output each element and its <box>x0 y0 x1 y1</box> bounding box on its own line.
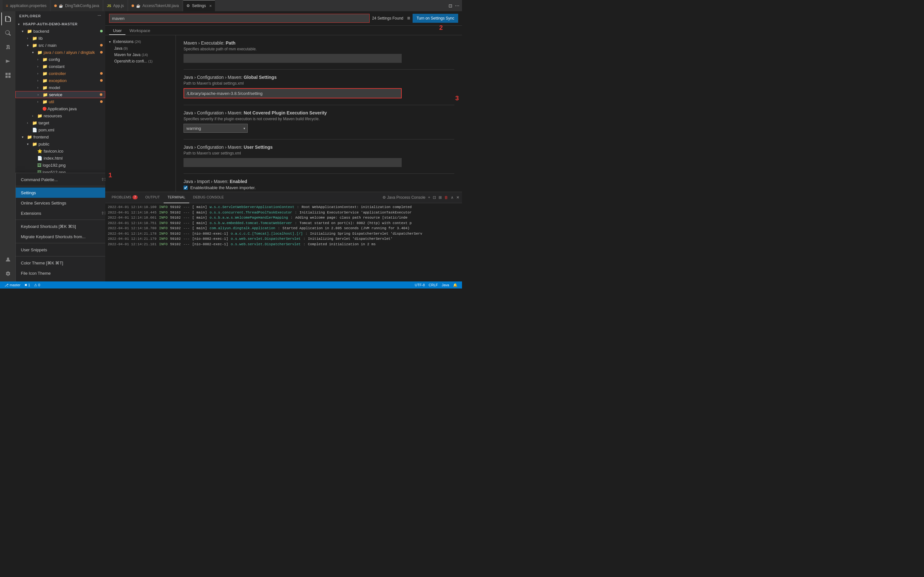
tab-user[interactable]: User <box>109 27 126 35</box>
menu-product-icon-theme[interactable]: Product Icon Theme <box>16 278 105 282</box>
src-label: src / main <box>39 43 57 48</box>
plugin-severity-select[interactable]: warning error disable <box>184 124 248 133</box>
menu-keyboard-shortcuts[interactable]: Keyboard Shortcuts [⌘K ⌘S] <box>16 221 105 231</box>
status-warnings[interactable]: ⚠ 0 <box>32 283 42 287</box>
nav-extensions[interactable]: ▾ Extensions (24) <box>105 38 176 45</box>
log-line-7: 2022-04-01 12:14:21.179 INFO 59102 --- [… <box>108 236 459 242</box>
folder-icon-7: 📁 <box>42 71 47 76</box>
index-html-label: index.html <box>44 156 63 161</box>
activity-explorer[interactable] <box>1 13 14 25</box>
tree-src[interactable]: ▾ 📁 src / main <box>15 42 105 49</box>
maven-enabled-desc: Enable/disable the Maven importer. <box>190 185 256 190</box>
tab-settings[interactable]: ⚙ Settings ✕ <box>183 0 215 11</box>
explorer-menu-icon[interactable]: ⋯ <box>97 14 102 18</box>
status-encoding[interactable]: UTF-8 <box>413 283 427 287</box>
tab-terminal[interactable]: TERMINAL <box>164 192 189 203</box>
tab-problems[interactable]: PROBLEMS 7 <box>108 192 142 203</box>
nav-openshift[interactable]: Openshift.io confi... (1) <box>105 58 176 64</box>
exception-arrow: › <box>37 79 42 82</box>
global-settings-input[interactable] <box>184 89 401 98</box>
tab-app-js[interactable]: JS App.js <box>103 0 127 11</box>
tree-model[interactable]: › 📁 model <box>15 84 105 91</box>
menu-color-theme[interactable]: Color Theme [⌘K ⌘T] <box>16 258 105 268</box>
tab-dingtalk-config[interactable]: ☕ DingTalkConfig.java <box>51 0 102 11</box>
tree-resources[interactable]: › 📁 resources <box>15 112 105 119</box>
java-arrow: ▾ <box>32 51 37 54</box>
tree-service[interactable]: › 📁 service <box>15 91 105 98</box>
status-line-ending[interactable]: CRLF <box>427 283 440 287</box>
terminal-split-icon[interactable]: ⊡ <box>433 195 436 200</box>
user-settings-input[interactable] <box>184 158 402 167</box>
status-errors[interactable]: ✖ 1 <box>23 283 32 287</box>
terminal-close-icon[interactable]: ✕ <box>456 195 459 200</box>
color-theme-label: Color Theme [⌘K ⌘T] <box>21 261 63 266</box>
status-language[interactable]: Java <box>440 283 451 287</box>
activity-extensions[interactable] <box>1 69 14 82</box>
folder-icon-10: 📁 <box>43 92 48 97</box>
terminal-add-icon[interactable]: + <box>428 195 430 200</box>
problems-badge: 7 <box>132 195 137 199</box>
tree-config[interactable]: › 📁 config <box>15 56 105 63</box>
close-settings-tab[interactable]: ✕ <box>209 4 212 8</box>
menu-settings[interactable]: Settings ⌘, <box>16 187 105 198</box>
tree-util[interactable]: › 📁 util <box>15 98 105 105</box>
split-editor-icon[interactable]: ⊡ <box>449 3 452 8</box>
status-branch[interactable]: ⎇ master <box>3 283 23 287</box>
menu-user-snippets[interactable]: User Snippets <box>16 245 105 255</box>
tree-frontend[interactable]: ▾ 📁 frontend <box>15 133 105 140</box>
activity-settings-gear[interactable] <box>1 268 14 280</box>
tab-access-token-util[interactable]: ☕ AccessTokenUtil.java <box>128 0 182 11</box>
terminal-kill-icon[interactable]: 🗑 <box>444 195 448 200</box>
activity-source-control[interactable] <box>1 41 14 53</box>
tab-output[interactable]: OUTPUT <box>142 192 164 203</box>
activity-search[interactable] <box>1 27 14 39</box>
tree-constant[interactable]: › 📁 constant <box>15 63 105 70</box>
tree-lib[interactable]: › 📁 lib <box>15 35 105 42</box>
tree-application-java[interactable]: 🔴 Application.java <box>15 105 105 112</box>
settings-search-input[interactable] <box>109 14 370 23</box>
tab-application-properties[interactable]: ≡ application.properties <box>3 0 50 11</box>
status-notifications[interactable]: 🔔 <box>451 283 459 287</box>
tree-exception[interactable]: › 📁 exception <box>15 77 105 84</box>
activity-run[interactable] <box>1 55 14 68</box>
tab-workspace[interactable]: Workspace <box>126 27 154 35</box>
tree-controller[interactable]: › 📁 controller <box>15 70 105 77</box>
model-arrow: › <box>37 86 42 89</box>
status-bar: ⎇ master ✖ 1 ⚠ 0 UTF-8 CRLF Java 🔔 <box>0 282 462 288</box>
tree-index-html[interactable]: 📄 index.html <box>15 155 105 161</box>
settings-sync-button[interactable]: Turn on Settings Sync <box>413 14 458 23</box>
menu-migrate-keyboard[interactable]: Migrate Keyboard Shortcuts from... <box>16 231 105 242</box>
menu-file-icon-theme[interactable]: File Icon Theme <box>16 268 105 278</box>
menu-extensions[interactable]: Extensions ⇧⌘X <box>16 208 105 218</box>
service-dot <box>100 93 102 96</box>
activity-accounts[interactable] <box>1 253 14 266</box>
controller-arrow: › <box>37 72 42 75</box>
terminal-more-icon[interactable]: ⊞ <box>439 195 442 200</box>
nav-java[interactable]: Java (9) <box>105 45 176 52</box>
folder-icon-8: 📁 <box>42 78 47 83</box>
tree-root[interactable]: ▾ H5APP-AUTH-DEMO-MASTER <box>15 21 105 27</box>
maven-enabled-checkbox[interactable] <box>184 185 188 190</box>
tree-pom[interactable]: 📄 pom.xml <box>15 126 105 133</box>
executable-path-input[interactable] <box>184 54 402 63</box>
filter-icon[interactable]: ≡ <box>407 15 410 21</box>
terminal-maximize-icon[interactable]: ∧ <box>451 195 454 200</box>
terminal-content[interactable]: 2022-04-01 12:14:10.100 INFO 59102 --- [… <box>105 203 462 282</box>
target-arrow: › <box>27 121 32 125</box>
ico-icon: ⭐ <box>37 149 42 153</box>
tab-debug-console[interactable]: DEBUG CONSOLE <box>189 192 228 203</box>
nav-maven-for-java[interactable]: Maven for Java (14) <box>105 52 176 58</box>
more-actions-icon[interactable]: ⋯ <box>455 3 459 8</box>
tree-public[interactable]: ▾ 📁 public <box>15 140 105 147</box>
separator-1 <box>184 69 454 69</box>
menu-online-services[interactable]: Online Services Settings <box>16 198 105 208</box>
main-layout: EXPLORER ⋯ ▾ H5APP-AUTH-DEMO-MASTER ▾ 📁 … <box>0 11 462 282</box>
tree-favicon[interactable]: ⭐ favicon.ico <box>15 147 105 155</box>
menu-command-palette[interactable]: Command Palette... ⇧⌘P <box>16 174 105 185</box>
tree-backend[interactable]: ▾ 📁 backend <box>15 27 105 35</box>
tree-target[interactable]: › 📁 target <box>15 119 105 126</box>
terminal-panel: PROBLEMS 7 OUTPUT TERMINAL DEBUG CONSOLE… <box>105 192 462 282</box>
tree-java[interactable]: ▾ 📁 java / com / aliyun / dingtalk <box>15 49 105 56</box>
js-icon: JS <box>107 4 111 8</box>
tree-logo192[interactable]: 🖼 logo192.png <box>15 161 105 169</box>
